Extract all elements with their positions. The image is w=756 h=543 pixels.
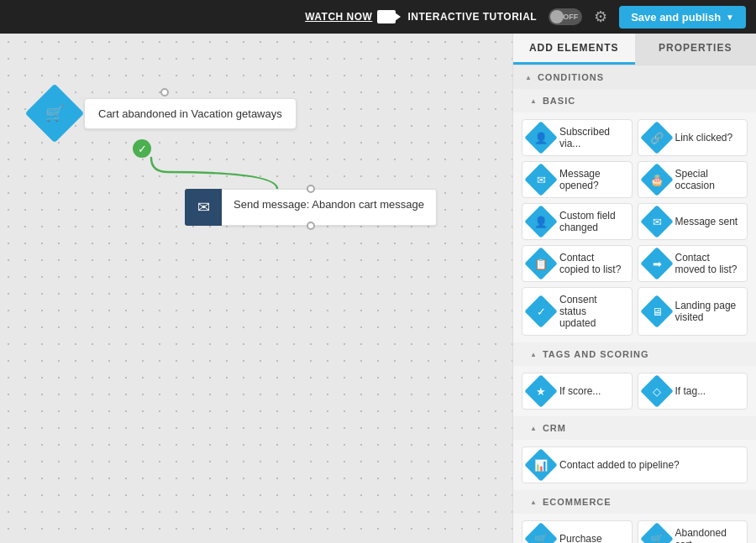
element-if-tag[interactable]: ◇ If tag... — [638, 373, 748, 410]
message-opened-label: Message opened? — [559, 168, 625, 191]
if-score-icon: ★ — [524, 374, 558, 408]
toggle-label: OFF — [563, 13, 578, 21]
check-badge: ✓ — [133, 139, 151, 158]
ecommerce-elements-grid: 🛒 Purchase 🛒 Abandoned cart 🔗 Visited UR… — [513, 514, 756, 543]
element-message-opened[interactable]: ✉ Message opened? — [522, 161, 633, 198]
action-dot-bottom — [307, 222, 315, 230]
link-clicked-icon: 🔗 — [640, 121, 674, 154]
if-tag-label: If tag... — [675, 385, 706, 397]
if-tag-icon: ◇ — [640, 374, 674, 408]
trigger-icon: 🛒 — [45, 104, 64, 123]
basic-label: BASIC — [543, 96, 575, 106]
element-landing-page[interactable]: 🖥 Landing page visited — [638, 287, 748, 336]
trigger-label-box: Cart abandoned in Vacation getaways — [84, 98, 297, 129]
save-publish-arrow-icon: ▼ — [726, 13, 734, 22]
consent-status-icon: ✓ — [524, 295, 558, 328]
settings-icon[interactable]: ⚙ — [594, 8, 607, 26]
element-abandoned-cart[interactable]: 🛒 Abandoned cart — [638, 520, 748, 543]
tags-scoring-chevron-icon: ▲ — [530, 351, 538, 358]
conditions-chevron-icon: ▲ — [525, 74, 533, 81]
contact-moved-icon: ➡ — [640, 247, 674, 280]
element-consent-status[interactable]: ✓ Consent status updated — [522, 287, 633, 336]
action-label-text: Send message: Abandon cart message — [234, 198, 424, 211]
special-occasion-icon: 🎂 — [640, 163, 674, 196]
trigger-label: Cart abandoned in Vacation getaways — [98, 107, 282, 120]
contact-copied-label: Contact copied to list? — [559, 252, 625, 275]
watch-now-button[interactable]: WATCH NOW — [305, 10, 396, 23]
save-publish-button[interactable]: Save and publish ▼ — [619, 6, 746, 29]
section-conditions[interactable]: ▲ CONDITIONS — [513, 65, 756, 89]
action-dot-top — [307, 185, 315, 193]
link-clicked-label: Link clicked? — [675, 132, 733, 144]
contact-moved-label: Contact moved to list? — [675, 252, 741, 275]
section-tags-scoring[interactable]: ▲ TAGS AND SCORING — [513, 342, 756, 366]
element-special-occasion[interactable]: 🎂 Special occasion — [638, 161, 748, 198]
camera-icon — [377, 10, 396, 23]
special-occasion-label: Special occasion — [675, 168, 741, 191]
custom-field-label: Custom field changed — [559, 210, 625, 233]
tab-properties[interactable]: PROPERTIES — [635, 34, 757, 65]
purchase-icon: 🛒 — [524, 522, 558, 543]
message-sent-icon: ✉ — [640, 205, 674, 238]
element-contact-copied[interactable]: 📋 Contact copied to list? — [522, 245, 633, 282]
trigger-dot-top — [160, 88, 169, 97]
watch-now-label: WATCH NOW — [305, 11, 372, 23]
contact-pipeline-icon: 📊 — [524, 448, 558, 482]
consent-status-label: Consent status updated — [559, 294, 625, 329]
main-content: 🛒 Cart abandoned in Vacation getaways ✓ … — [0, 34, 756, 543]
subscribed-via-label: Subscribed via... — [559, 126, 625, 149]
crm-chevron-icon: ▲ — [530, 425, 538, 432]
panel-tabs: ADD ELEMENTS PROPERTIES — [513, 34, 756, 65]
tab-add-elements[interactable]: ADD ELEMENTS — [513, 34, 635, 65]
element-contact-moved[interactable]: ➡ Contact moved to list? — [638, 245, 748, 282]
right-panel: ADD ELEMENTS PROPERTIES ▲ CONDITIONS ▲ B… — [512, 34, 756, 543]
contact-copied-icon: 📋 — [524, 247, 558, 280]
action-icon: ✉ — [185, 189, 222, 226]
if-score-label: If score... — [559, 385, 601, 397]
tab-add-elements-label: ADD ELEMENTS — [529, 42, 619, 54]
workflow-canvas[interactable]: 🛒 Cart abandoned in Vacation getaways ✓ … — [0, 34, 512, 543]
topbar: WATCH NOW INTERACTIVE TUTORIAL OFF ⚙ Sav… — [0, 0, 756, 34]
tags-scoring-label: TAGS AND SCORING — [543, 349, 649, 359]
basic-chevron-icon: ▲ — [530, 97, 538, 105]
abandoned-cart-icon: 🛒 — [640, 522, 674, 543]
trigger-diamond-icon: 🛒 — [25, 84, 85, 144]
tab-properties-label: PROPERTIES — [659, 42, 732, 54]
save-publish-label: Save and publish — [631, 11, 721, 23]
subscribed-via-icon: 👤 — [524, 121, 558, 154]
element-contact-pipeline[interactable]: 📊 Contact added to pipeline? — [522, 446, 748, 483]
action-node[interactable]: ✉ Send message: Abandon cart message — [185, 189, 437, 226]
element-message-sent[interactable]: ✉ Message sent — [638, 203, 748, 240]
element-if-score[interactable]: ★ If score... — [522, 373, 633, 410]
action-label: Send message: Abandon cart message — [222, 189, 437, 226]
tags-scoring-elements-grid: ★ If score... ◇ If tag... — [513, 366, 756, 416]
section-ecommerce[interactable]: ▲ ECOMMERCE — [513, 490, 756, 514]
toggle-knob — [550, 10, 564, 23]
conditions-label: CONDITIONS — [538, 72, 604, 82]
crm-elements-grid: 📊 Contact added to pipeline? — [513, 440, 756, 490]
element-link-clicked[interactable]: 🔗 Link clicked? — [638, 119, 748, 156]
element-subscribed-via[interactable]: 👤 Subscribed via... — [522, 119, 633, 156]
ecommerce-label: ECOMMERCE — [543, 497, 612, 507]
element-purchase[interactable]: 🛒 Purchase — [522, 520, 633, 543]
custom-field-icon: 👤 — [524, 205, 558, 238]
ecommerce-chevron-icon: ▲ — [530, 499, 538, 506]
interactive-tutorial-label: INTERACTIVE TUTORIAL — [407, 11, 537, 23]
trigger-node[interactable]: 🛒 Cart abandoned in Vacation getaways — [34, 92, 297, 134]
basic-elements-grid: 👤 Subscribed via... 🔗 Link clicked? ✉ Me… — [513, 112, 756, 342]
message-opened-icon: ✉ — [524, 163, 558, 196]
message-sent-label: Message sent — [675, 216, 738, 227]
landing-page-icon: 🖥 — [640, 295, 674, 328]
element-custom-field[interactable]: 👤 Custom field changed — [522, 203, 633, 240]
landing-page-label: Landing page visited — [675, 300, 741, 323]
tutorial-toggle[interactable]: OFF — [549, 8, 582, 25]
crm-label: CRM — [543, 423, 566, 433]
section-crm[interactable]: ▲ CRM — [513, 416, 756, 440]
abandoned-cart-label: Abandoned cart — [675, 527, 741, 543]
section-basic[interactable]: ▲ BASIC — [513, 89, 756, 112]
contact-pipeline-label: Contact added to pipeline? — [559, 459, 680, 471]
purchase-label: Purchase — [559, 533, 602, 543]
